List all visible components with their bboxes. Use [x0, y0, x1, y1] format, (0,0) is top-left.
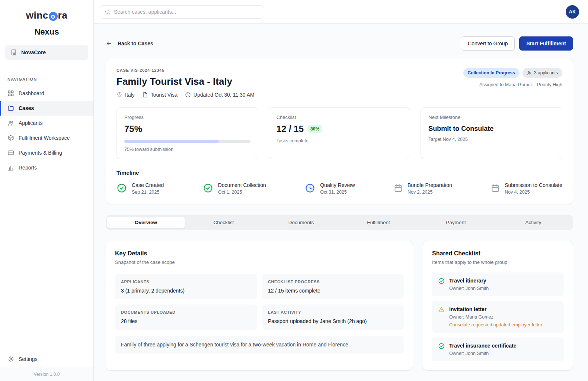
- sidebar-item-label: Reports: [19, 165, 37, 171]
- search-input[interactable]: [114, 9, 259, 15]
- checklist-caption: Tasks complete: [277, 138, 403, 143]
- case-summary-card: CASE VIS-2024-12345 Family Tourist Visa …: [106, 59, 573, 204]
- logo: wincora Nexus: [0, 0, 93, 37]
- tab-overview[interactable]: Overview: [107, 216, 185, 229]
- sidebar-item-dashboard[interactable]: Dashboard: [0, 86, 93, 101]
- app-root: wincora Nexus NovaCore NAVIGATION Dashbo…: [0, 0, 588, 381]
- timeline-item-label: Bundle Preparation: [408, 182, 452, 188]
- page-title: Family Tourist Visa - Italy: [116, 76, 255, 87]
- calendar-icon: [491, 184, 500, 194]
- checklist-item-travel-insurance[interactable]: Travel insurance certificate Owner: John…: [432, 338, 564, 361]
- workspace-label: NovaCore: [21, 49, 46, 55]
- detail-label: APPLICANTS: [121, 280, 251, 284]
- shared-checklist-title: Shared Checklist: [432, 250, 564, 257]
- case-header-left: CASE VIS-2024-12345 Family Tourist Visa …: [116, 68, 255, 98]
- case-visa-type-label: Tourist Visa: [151, 92, 178, 98]
- wincora-logo: wincora: [0, 10, 93, 21]
- detail-value: 12 / 15 items complete: [268, 288, 398, 294]
- gear-icon: [7, 356, 14, 362]
- applicants-badge: 3 applicants: [523, 68, 562, 78]
- case-country: Italy: [116, 92, 135, 98]
- sidebar-bottom: Settings Version 1.0.0: [0, 351, 93, 381]
- detail-label: DOCUMENTS UPLOADED: [121, 310, 251, 314]
- milestone-caption: Target Nov 4, 2025: [428, 137, 555, 142]
- timeline-item-date: Sep 21, 2025: [132, 190, 164, 195]
- checklist-item-owner: Owner: John Smith: [449, 351, 517, 356]
- timeline-item-text: Quality Review Oct 31, 2025: [320, 182, 355, 195]
- sidebar-item-cases[interactable]: Cases: [0, 101, 93, 116]
- logo-text-right: ra: [58, 10, 68, 21]
- checklist-percent-badge: 80%: [307, 125, 322, 133]
- nav-section-label: NAVIGATION: [0, 77, 93, 81]
- main-area: AK Back to Cases Convert to Group Start …: [94, 0, 588, 381]
- detail-label: CHECKLIST PROGRESS: [268, 280, 398, 284]
- clock-icon: [185, 92, 191, 98]
- timeline-item-label: Case Created: [132, 182, 164, 188]
- sidebar-item-label: Applicants: [19, 120, 43, 126]
- key-details-card: Key Details Snapshot of the case scope A…: [106, 241, 413, 371]
- tab-checklist[interactable]: Checklist: [185, 216, 262, 229]
- case-visa-type: Tourist Visa: [142, 92, 178, 98]
- package-icon: [7, 135, 14, 141]
- version-label: Version 1.0.0: [0, 367, 93, 381]
- badge-row: Collection In Progress 3 applicants: [463, 68, 562, 78]
- stats-row: Progress 75% 75% toward submission Check…: [116, 107, 562, 159]
- key-details-subtitle: Snapshot of the case scope: [115, 259, 404, 265]
- check-circle-icon: [438, 278, 445, 285]
- sidebar-item-fulfillment-workspace[interactable]: Fulfillment Workspace: [0, 130, 93, 145]
- shared-checklist-list: Travel itinerary Owner: John Smith Invit…: [432, 272, 564, 361]
- folder-icon: [7, 105, 14, 112]
- start-fulfillment-button[interactable]: Start Fulfillment: [519, 36, 573, 51]
- checklist-item-owner: Owner: John Smith: [449, 286, 489, 291]
- clock-circle-icon: [305, 183, 315, 194]
- assignment-text: Assigned to Maria Gomez · Priority High: [463, 82, 562, 87]
- workspace-selector-novacore[interactable]: NovaCore: [5, 45, 88, 60]
- tab-activity[interactable]: Activity: [495, 216, 572, 229]
- timeline-item-date: Oct 31, 2025: [320, 190, 355, 195]
- progress-value: 75%: [124, 124, 250, 134]
- sidebar-item-reports[interactable]: Reports: [0, 160, 93, 175]
- tab-fulfillment[interactable]: Fulfillment: [340, 216, 417, 229]
- sidebar-item-payments-billing[interactable]: Payments & Billing: [0, 145, 93, 160]
- timeline-row: Case Created Sep 21, 2025 Document Colle…: [116, 182, 562, 195]
- check-circle-icon: [203, 183, 213, 194]
- stat-label: Checklist: [277, 114, 403, 120]
- milestone-stat-card: Next Milestone Submit to Consulate Targe…: [421, 107, 562, 159]
- case-country-label: Italy: [125, 92, 135, 98]
- detail-label: LAST ACTIVITY: [268, 310, 398, 314]
- detail-documents-uploaded: DOCUMENTS UPLOADED 28 files: [115, 304, 257, 330]
- tab-payment[interactable]: Payment: [417, 216, 495, 229]
- checklist-item-invitation-letter[interactable]: Invitation letter Owner: Maria Gomez Con…: [432, 301, 564, 333]
- timeline-item-case-created: Case Created Sep 21, 2025: [116, 182, 164, 195]
- tab-documents[interactable]: Documents: [262, 216, 340, 229]
- timeline-item-quality-review: Quality Review Oct 31, 2025: [305, 182, 355, 195]
- back-to-cases-link[interactable]: Back to Cases: [106, 40, 153, 47]
- search-icon: [105, 9, 111, 15]
- detail-last-activity: LAST ACTIVITY Passport uploaded by Jane …: [262, 304, 404, 330]
- case-updated: Updated Oct 30, 11:30 AM: [185, 92, 255, 98]
- timeline-item-submission: Submission to Consulate Nov 4, 2025: [491, 182, 562, 195]
- checklist-item-travel-itinerary[interactable]: Travel itinerary Owner: John Smith: [432, 272, 564, 296]
- bar-chart-icon: [7, 164, 14, 171]
- global-search[interactable]: [100, 5, 264, 19]
- timeline-title: Timeline: [116, 169, 562, 176]
- sidebar-item-settings[interactable]: Settings: [0, 351, 93, 367]
- logo-text-left: winc: [26, 10, 48, 21]
- shared-checklist-card: Shared Checklist Items that apply to the…: [423, 241, 573, 371]
- sidebar-item-label: Cases: [19, 105, 34, 111]
- map-pin-icon: [116, 92, 122, 98]
- product-name: Nexus: [0, 27, 93, 37]
- sidebar-nav: Dashboard Cases Applicants Fulfillment W…: [0, 86, 93, 175]
- case-tabs: Overview Checklist Documents Fulfillment…: [106, 215, 573, 230]
- users-icon: [7, 120, 14, 126]
- sidebar-item-applicants[interactable]: Applicants: [0, 116, 93, 130]
- detail-value: Passport uploaded by Jane Smith (2h ago): [268, 318, 398, 324]
- convert-to-group-button[interactable]: Convert to Group: [461, 36, 515, 51]
- sidebar-item-label: Dashboard: [19, 90, 44, 96]
- avatar[interactable]: AK: [566, 5, 579, 19]
- page-content: Back to Cases Convert to Group Start Ful…: [94, 24, 588, 381]
- settings-label: Settings: [19, 356, 38, 362]
- credit-card-icon: [7, 149, 14, 156]
- detail-applicants: APPLICANTS 3 (1 primary, 2 dependents): [115, 274, 257, 299]
- checklist-item-text: Travel itinerary Owner: John Smith: [449, 278, 489, 291]
